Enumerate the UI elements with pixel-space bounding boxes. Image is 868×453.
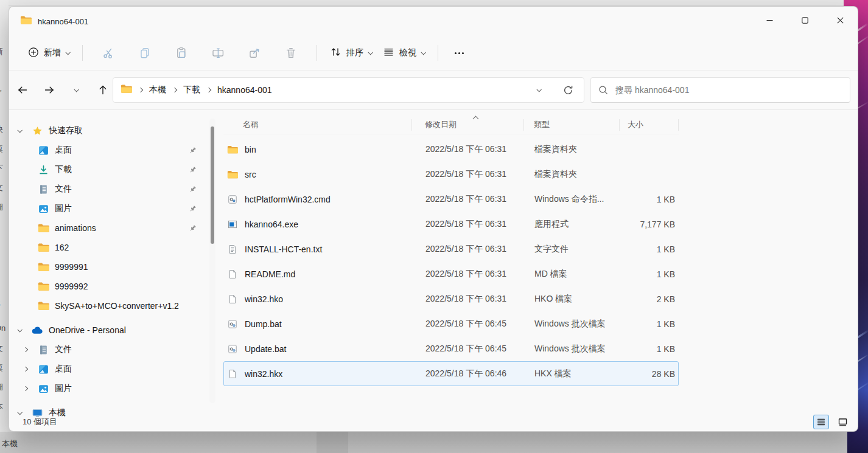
sidebar-item-圖片[interactable]: 圖片 <box>9 379 222 398</box>
sidebar-item-animations[interactable]: animations <box>9 218 222 238</box>
search-input[interactable] <box>614 85 842 95</box>
pin-icon <box>189 224 197 232</box>
share-button[interactable] <box>236 42 273 64</box>
file-row-Dump.bat[interactable]: Dump.bat2022/5/18 下午 06:45Windows 批次檔案1 … <box>223 311 679 336</box>
sidebar-item-162[interactable]: 162 <box>9 238 222 257</box>
pin-icon <box>189 185 197 193</box>
command-toolbar: 新增 排序 <box>9 36 858 71</box>
column-header-類型[interactable]: 類型 <box>524 115 620 134</box>
sidebar-item-圖片[interactable]: 圖片 <box>9 199 222 218</box>
sidebar-item-文件[interactable]: 文件 <box>9 340 222 359</box>
file-icon <box>227 369 238 379</box>
column-header-大小[interactable]: 大小 <box>620 115 679 134</box>
cut-button[interactable] <box>90 42 127 64</box>
sidebar-item-桌面[interactable]: 桌面 <box>9 140 222 160</box>
sidebar-item-9999992[interactable]: 9999992 <box>9 277 222 296</box>
view-button[interactable]: 檢視 <box>377 42 430 64</box>
sidebar-item-本機[interactable]: 本機 <box>9 403 222 423</box>
column-header-修改日期[interactable]: 修改日期 <box>412 115 524 134</box>
breadcrumb-item[interactable]: 下載 <box>183 85 200 95</box>
file-name: src <box>245 170 256 179</box>
column-headers: 名稱修改日期類型大小 <box>223 115 679 134</box>
file-row-hkanno64.exe[interactable]: hkanno64.exe2022/5/18 下午 06:31應用程式7,177 … <box>223 212 679 237</box>
background-text-fragment: 快 <box>0 124 3 135</box>
rename-button[interactable] <box>200 42 236 64</box>
more-options-button[interactable] <box>446 42 472 64</box>
file-date-modified: 2022/5/18 下午 06:31 <box>413 244 525 255</box>
toolbar-divider <box>82 45 83 61</box>
column-header-名稱[interactable]: 名稱 <box>223 115 412 134</box>
back-button[interactable] <box>13 80 32 100</box>
sidebar-item-label: 162 <box>55 243 69 252</box>
sidebar-item-label: animations <box>55 223 96 233</box>
sidebar-item-桌面[interactable]: 桌面 <box>9 359 222 379</box>
chevron-down-icon[interactable] <box>17 128 22 133</box>
maximize-button[interactable] <box>787 7 822 33</box>
trash-icon <box>285 47 297 59</box>
file-row-README.md[interactable]: README.md2022/5/18 下午 06:31MD 檔案1 KB <box>223 261 679 286</box>
large-icons-view-toggle[interactable] <box>835 415 850 429</box>
sidebar-item-label: OneDrive - Personal <box>49 325 126 335</box>
minimize-button[interactable] <box>752 7 787 33</box>
paste-button[interactable] <box>163 42 200 64</box>
file-name: win32.hkx <box>245 369 282 379</box>
file-row-bin[interactable]: bin2022/5/18 下午 06:31檔案資料夾 <box>223 137 679 162</box>
recent-locations-button[interactable] <box>66 80 86 100</box>
breadcrumb-chevron-icon <box>206 88 211 92</box>
sidebar-item-label: SkySA+to+MCO+converter+v1.2 <box>55 301 179 311</box>
sort-arrows-icon <box>330 46 341 60</box>
script-icon <box>227 344 238 354</box>
file-date-modified: 2022/5/18 下午 06:31 <box>413 219 525 230</box>
copy-button[interactable] <box>127 42 163 64</box>
background-text-fragment: 文 <box>0 182 3 193</box>
file-row-INSTALL-HCT-en.txt[interactable]: INSTALL-HCT-en.txt2022/5/18 下午 06:31文字文件… <box>223 237 679 261</box>
sidebar-item-9999991[interactable]: 9999991 <box>9 257 222 277</box>
file-date-modified: 2022/5/18 下午 06:31 <box>413 144 525 155</box>
chevron-right-icon[interactable] <box>23 367 28 372</box>
chevron-down-icon[interactable] <box>17 327 22 332</box>
search-box[interactable] <box>590 77 850 103</box>
refresh-icon <box>563 85 573 95</box>
file-row-win32.hkx[interactable]: win32.hkx2022/5/18 下午 06:46HKX 檔案28 KB <box>223 361 679 386</box>
breadcrumb-item[interactable]: 本機 <box>149 85 166 95</box>
file-name: Dump.bat <box>245 319 282 329</box>
sidebar-item-下載[interactable]: 下載 <box>9 160 222 179</box>
details-view-toggle[interactable] <box>813 415 829 429</box>
forward-button[interactable] <box>40 80 59 100</box>
file-size: 1 KB <box>620 244 679 254</box>
chevron-down-icon <box>74 87 79 92</box>
up-button[interactable] <box>93 80 113 100</box>
sidebar-scrollbar[interactable] <box>209 119 215 403</box>
sidebar-item-快速存取[interactable]: 快速存取 <box>9 121 222 140</box>
chevron-right-icon[interactable] <box>23 347 28 352</box>
sidebar-item-文件[interactable]: 文件 <box>9 179 222 199</box>
sidebar-item-SkySA+to+MCO+converter+v1.2[interactable]: SkySA+to+MCO+converter+v1.2 <box>9 296 222 316</box>
file-row-src[interactable]: src2022/5/18 下午 06:31檔案資料夾 <box>223 162 679 187</box>
scrollbar-thumb[interactable] <box>211 126 214 244</box>
new-button-label: 新增 <box>44 47 61 58</box>
delete-button[interactable] <box>273 42 309 64</box>
background-text-fragment: 圖 <box>0 202 3 213</box>
sort-button[interactable]: 排序 <box>324 42 377 64</box>
breadcrumb-item[interactable]: hkanno64-001 <box>217 85 272 95</box>
sidebar-item-OneDrive - Personal[interactable]: OneDrive - Personal <box>9 320 222 340</box>
background-text-fragment: 桌 <box>0 362 3 373</box>
file-date-modified: 2022/5/18 下午 06:31 <box>413 169 525 180</box>
folder-icon <box>37 282 49 291</box>
new-button[interactable]: 新增 <box>23 42 75 64</box>
address-dropdown-button[interactable] <box>531 83 546 97</box>
file-row-win32.hko[interactable]: win32.hko2022/5/18 下午 06:31HKO 檔案2 KB <box>223 286 679 311</box>
file-size: 1 KB <box>620 269 679 279</box>
column-header-label: 類型 <box>534 119 550 130</box>
file-row-Update.bat[interactable]: Update.bat2022/5/18 下午 06:45Windows 批次檔案… <box>223 336 679 361</box>
large-icons-view-icon <box>838 418 847 427</box>
refresh-button[interactable] <box>561 83 575 97</box>
documents-icon <box>37 345 49 355</box>
chevron-right-icon[interactable] <box>23 386 28 391</box>
address-bar[interactable]: 本機下載hkanno64-001 <box>113 77 584 103</box>
close-button[interactable] <box>822 7 858 33</box>
file-row-hctPlatformWin32.cmd[interactable]: hctPlatformWin32.cmd2022/5/18 下午 06:31Wi… <box>223 187 679 212</box>
title-bar[interactable]: hkanno64-001 <box>9 7 858 36</box>
column-header-label: 名稱 <box>243 119 259 130</box>
chevron-down-icon[interactable] <box>17 410 22 415</box>
